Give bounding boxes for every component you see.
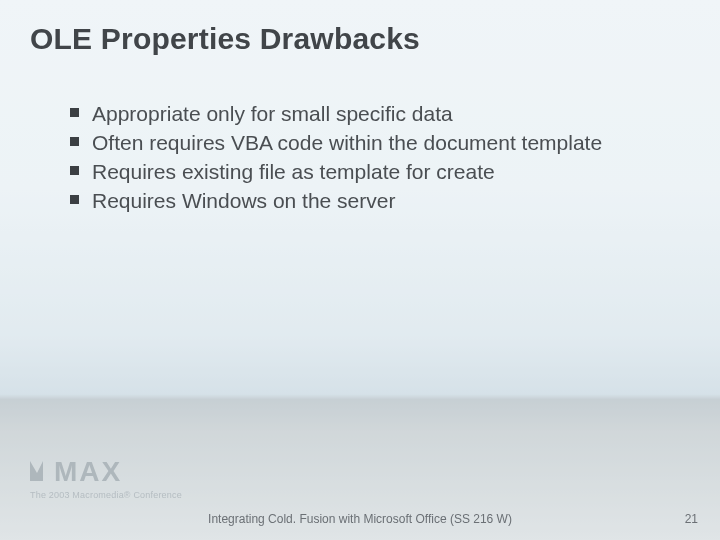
footer-title: Integrating Cold. Fusion with Microsoft … <box>0 512 720 526</box>
conference-logo: MAX The 2003 Macromedia® Conference <box>30 456 182 500</box>
list-item: Requires existing file as template for c… <box>70 158 680 185</box>
list-item: Appropriate only for small specific data <box>70 100 680 127</box>
list-item: Often requires VBA code within the docum… <box>70 129 680 156</box>
svg-rect-3 <box>70 195 79 204</box>
bullet-text: Appropriate only for small specific data <box>92 100 453 127</box>
page-number: 21 <box>685 512 698 526</box>
svg-rect-1 <box>70 137 79 146</box>
square-bullet-icon <box>70 158 80 175</box>
logo-letters: MAX <box>54 456 122 488</box>
logo-text: MAX <box>30 456 182 488</box>
list-item: Requires Windows on the server <box>70 187 680 214</box>
svg-rect-0 <box>70 108 79 117</box>
slide-body: Appropriate only for small specific data… <box>70 100 680 216</box>
svg-rect-2 <box>70 166 79 175</box>
bullet-text: Often requires VBA code within the docum… <box>92 129 602 156</box>
logo-subtitle: The 2003 Macromedia® Conference <box>30 490 182 500</box>
square-bullet-icon <box>70 187 80 204</box>
square-bullet-icon <box>70 129 80 146</box>
bullet-text: Requires Windows on the server <box>92 187 395 214</box>
slide: OLE Properties Drawbacks Appropriate onl… <box>0 0 720 540</box>
slide-title: OLE Properties Drawbacks <box>30 22 420 56</box>
logo-mark-icon <box>30 456 56 488</box>
square-bullet-icon <box>70 100 80 117</box>
bullet-text: Requires existing file as template for c… <box>92 158 495 185</box>
